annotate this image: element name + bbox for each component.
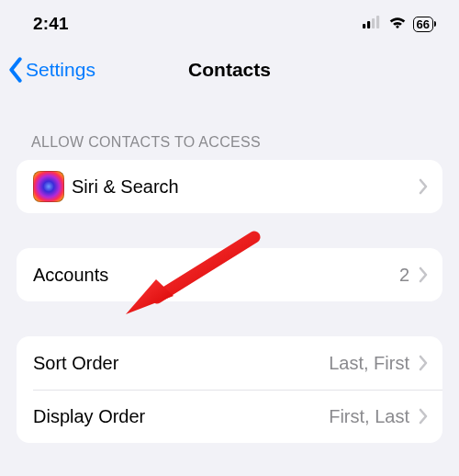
battery-level: 66 <box>417 18 430 30</box>
group-accounts: Accounts 2 <box>17 248 442 301</box>
svg-rect-1 <box>367 21 370 28</box>
chevron-left-icon <box>7 57 24 83</box>
section-header-allow: ALLOW CONTACTS TO ACCESS <box>17 108 442 160</box>
back-button[interactable]: Settings <box>7 57 95 83</box>
row-value: First, Last <box>329 406 409 427</box>
row-label: Display Order <box>33 406 329 427</box>
siri-icon <box>33 171 64 202</box>
row-siri-search[interactable]: Siri & Search <box>17 160 442 213</box>
svg-point-4 <box>396 26 398 28</box>
status-time: 2:41 <box>33 14 69 34</box>
group-order: Sort Order Last, First Display Order Fir… <box>17 336 442 443</box>
page-title: Contacts <box>188 59 271 81</box>
navigation-bar: Settings Contacts <box>0 48 459 92</box>
status-right: 66 <box>363 16 433 32</box>
icon-slot <box>33 171 72 202</box>
battery-indicator: 66 <box>413 17 433 32</box>
group-siri: Siri & Search <box>17 160 442 213</box>
chevron-right-icon <box>419 355 428 371</box>
svg-rect-3 <box>376 16 379 28</box>
cellular-icon <box>363 16 382 32</box>
chevron-right-icon <box>419 266 428 283</box>
row-sort-order[interactable]: Sort Order Last, First <box>17 336 442 390</box>
chevron-right-icon <box>419 408 428 425</box>
row-label: Accounts <box>33 265 399 286</box>
content: ALLOW CONTACTS TO ACCESS Siri & Search A… <box>0 92 459 443</box>
row-display-order[interactable]: Display Order First, Last <box>17 390 442 443</box>
row-value: 2 <box>399 265 409 286</box>
row-value: Last, First <box>329 353 409 374</box>
row-accounts[interactable]: Accounts 2 <box>17 248 442 301</box>
chevron-right-icon <box>419 178 428 195</box>
back-label: Settings <box>26 59 95 81</box>
status-bar: 2:41 66 <box>0 0 459 48</box>
row-label: Sort Order <box>33 353 329 374</box>
row-label: Siri & Search <box>72 176 419 198</box>
wifi-icon <box>388 16 407 32</box>
svg-rect-0 <box>363 24 365 28</box>
svg-rect-2 <box>372 18 375 28</box>
